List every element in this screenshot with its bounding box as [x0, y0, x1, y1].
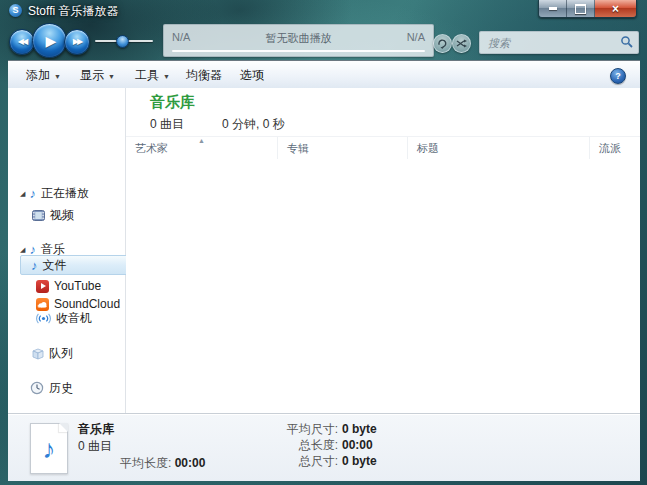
column-header-album[interactable]: 专辑: [278, 137, 408, 159]
status-stats-column: 平均尺寸: 0 byte 总长度: 00:00 总尺寸: 0 byte: [258, 421, 377, 469]
sidebar: ◢ ♪ 正在播放 视频 ◢ ♪ 音乐 ♪ 文件: [8, 88, 126, 413]
video-icon: [32, 209, 45, 222]
sidebar-item-label: 收音机: [56, 310, 92, 327]
status-track-count: 0 曲目: [78, 438, 112, 455]
app-logo-icon: S: [9, 4, 22, 17]
expander-icon[interactable]: ◢: [20, 190, 25, 197]
close-button[interactable]: ×: [595, 0, 636, 17]
sidebar-item-now-playing[interactable]: ◢ ♪ 正在播放: [8, 184, 137, 202]
library-title: 音乐库: [150, 93, 195, 112]
remaining-time: N/A: [407, 31, 425, 43]
seek-bar[interactable]: [172, 50, 425, 52]
avg-length-value: 00:00: [175, 456, 206, 470]
column-label: 标题: [417, 141, 439, 156]
status-library-title: 音乐库: [78, 421, 114, 438]
volume-slider-thumb[interactable]: [116, 35, 129, 48]
menu-equalizer[interactable]: 均衡器: [186, 61, 222, 89]
menu-label: 添加: [26, 67, 50, 84]
radio-icon: [36, 312, 51, 325]
status-total-size: 总尺寸: 0 byte: [258, 453, 377, 469]
help-icon: ?: [615, 71, 621, 81]
music-note-icon: ♪: [43, 436, 56, 462]
now-playing-panel: N/A 暂无歌曲播放 N/A: [163, 24, 434, 57]
menu-label: 工具: [135, 67, 159, 84]
window-controls: ×: [538, 0, 637, 18]
track-list-empty: [126, 159, 640, 413]
expander-icon[interactable]: ◢: [20, 246, 25, 253]
search-box: [479, 31, 639, 54]
avg-length-label: 平均长度:: [120, 456, 171, 470]
sidebar-item-label: 视频: [50, 207, 74, 224]
shuffle-icon: [456, 38, 467, 49]
queue-icon: [30, 346, 44, 360]
avg-size-value: 0 byte: [342, 422, 377, 436]
menu-view[interactable]: 显示▼: [80, 61, 115, 89]
column-label: 艺术家: [135, 141, 168, 156]
table-header: 艺术家 ▲ 专辑 标题 流派: [126, 136, 640, 160]
music-note-icon: ♪: [29, 243, 36, 256]
menu-bar: 添加▼ 显示▼ 工具▼ 均衡器 选项 ?: [8, 60, 640, 90]
play-icon: ▶: [43, 34, 57, 48]
close-icon: ×: [612, 3, 619, 15]
play-button[interactable]: ▶: [32, 23, 67, 58]
total-length-value: 00:00: [342, 438, 373, 452]
menu-add[interactable]: 添加▼: [26, 61, 61, 89]
library-file-icon: ♪: [30, 423, 68, 474]
repeat-icon: [437, 38, 448, 49]
status-total-length: 总长度: 00:00: [258, 437, 377, 453]
column-header-genre[interactable]: 流派: [590, 137, 640, 159]
chevron-down-icon: ▼: [163, 71, 170, 80]
sidebar-item-files[interactable]: ♪ 文件: [20, 255, 133, 275]
window-title: Stoffi 音乐播放器: [28, 3, 118, 20]
minimize-icon: [549, 7, 557, 10]
menu-label: 均衡器: [186, 67, 222, 84]
music-note-icon: ♪: [31, 259, 38, 272]
shuffle-button[interactable]: [452, 34, 471, 53]
status-bar: ♪ 音乐库 0 曲目 平均长度: 00:00 平均尺寸: 0 byte 总长度:…: [8, 413, 640, 481]
library-pane: 音乐库 0 曲目 0 分钟, 0 秒 艺术家 ▲ 专辑 标题 流派: [126, 88, 640, 413]
next-icon: ▶▶: [73, 38, 81, 46]
sidebar-item-label: 正在播放: [41, 185, 89, 202]
maximize-button[interactable]: [567, 0, 595, 17]
column-header-title[interactable]: 标题: [408, 137, 590, 159]
column-label: 专辑: [287, 141, 309, 156]
status-avg-length: 平均长度: 00:00: [120, 455, 205, 472]
sort-ascending-icon: ▲: [198, 137, 205, 144]
search-input[interactable]: [486, 34, 616, 52]
next-button[interactable]: ▶▶: [64, 29, 90, 55]
total-length-label: 总长度:: [258, 437, 338, 454]
app-window: S Stoffi 音乐播放器 × ◀◀ ▶ ▶▶ N/A 暂无歌曲播放 N/A: [0, 0, 647, 485]
status-avg-size: 平均尺寸: 0 byte: [258, 421, 377, 437]
column-label: 流派: [599, 141, 621, 156]
menu-tools[interactable]: 工具▼: [135, 61, 170, 89]
sidebar-item-label: 文件: [43, 257, 67, 274]
previous-icon: ◀◀: [18, 38, 26, 46]
menu-options[interactable]: 选项: [240, 61, 264, 89]
library-duration: 0 分钟, 0 秒: [222, 116, 285, 133]
menu-label: 显示: [80, 67, 104, 84]
history-icon: [30, 381, 44, 395]
sidebar-item-label: 队列: [49, 345, 73, 362]
now-playing-title: 暂无歌曲播放: [164, 31, 433, 46]
column-header-artist[interactable]: 艺术家 ▲: [126, 137, 278, 159]
total-size-label: 总尺寸:: [258, 453, 338, 470]
library-track-count: 0 曲目: [150, 116, 184, 133]
chevron-down-icon: ▼: [54, 71, 61, 80]
maximize-icon: [575, 4, 586, 14]
avg-size-label: 平均尺寸:: [258, 421, 338, 438]
minimize-button[interactable]: [539, 0, 567, 17]
music-note-icon: ♪: [29, 187, 36, 200]
menu-label: 选项: [240, 67, 264, 84]
sidebar-item-label: YouTube: [54, 279, 101, 293]
content-area: ◢ ♪ 正在播放 视频 ◢ ♪ 音乐 ♪ 文件: [8, 88, 640, 413]
youtube-icon: [36, 280, 49, 293]
search-icon[interactable]: [620, 35, 634, 49]
total-size-value: 0 byte: [342, 454, 377, 468]
help-button[interactable]: ?: [610, 68, 626, 84]
repeat-button[interactable]: [433, 34, 452, 53]
chevron-down-icon: ▼: [108, 71, 115, 80]
sidebar-item-label: 历史: [49, 380, 73, 397]
